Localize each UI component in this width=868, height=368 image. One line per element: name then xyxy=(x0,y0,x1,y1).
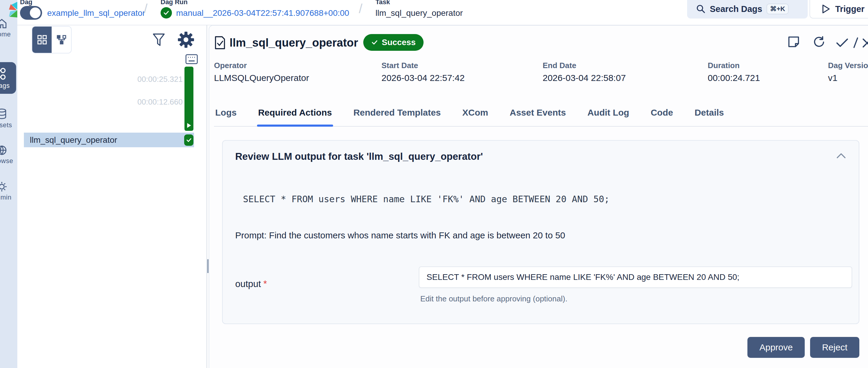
dag-run-bar[interactable] xyxy=(184,66,193,131)
field-label: End Date xyxy=(542,61,577,70)
keyboard-shortcuts-icon[interactable] xyxy=(185,53,198,65)
airflow-logo xyxy=(8,1,17,19)
dags-icon xyxy=(0,67,8,81)
panel-divider[interactable] xyxy=(207,25,207,368)
toggle-knob xyxy=(30,7,40,18)
task-detail-panel: llm_sql_query_operator Success Operator … xyxy=(209,25,868,368)
breadcrumb-dagrun-label: Dag Run xyxy=(161,0,187,6)
field-value: v1 xyxy=(828,73,838,83)
breadcrumb-task-label: Task xyxy=(375,0,390,6)
tab-xcom[interactable]: XCom xyxy=(461,104,490,126)
view-toggle-group xyxy=(32,26,72,54)
status-label: Success xyxy=(382,38,416,47)
output-input[interactable] xyxy=(419,266,852,288)
sidebar-item-home[interactable]: Home xyxy=(0,18,16,38)
breadcrumb-task-value: llm_sql_query_operator xyxy=(375,8,463,18)
tab-details[interactable]: Details xyxy=(693,104,725,126)
graph-view-icon xyxy=(56,35,67,45)
search-shortcut-badge: ⌘+K xyxy=(767,4,789,15)
assets-icon xyxy=(0,108,7,120)
tab-code[interactable]: Code xyxy=(650,104,674,126)
browse-icon xyxy=(0,145,7,156)
task-success-icon[interactable] xyxy=(184,134,193,146)
prompt-text: Prompt: Find the customers whos name sta… xyxy=(235,230,565,240)
field-label: Start Date xyxy=(381,61,418,70)
breadcrumb-dagrun-link[interactable]: manual__2026-03-04T22:57:41.907688+00:00 xyxy=(176,8,349,18)
tab-required-actions[interactable]: Required Actions xyxy=(257,104,333,126)
breadcrumb-dag-label: Dag xyxy=(20,0,33,6)
breadcrumb-separator: / xyxy=(144,1,148,16)
task-title: llm_sql_query_operator xyxy=(229,36,358,49)
tab-asset-events[interactable]: Asset Events xyxy=(508,104,567,126)
reject-button[interactable]: Reject xyxy=(810,337,859,358)
sidebar-item-admin[interactable]: Admin xyxy=(0,181,16,201)
mark-success-icon[interactable] xyxy=(835,38,849,48)
search-label: Search Dags xyxy=(710,4,762,14)
output-helper-text: Edit the output before approving (option… xyxy=(420,294,567,304)
mark-failed-icon[interactable] xyxy=(862,38,868,48)
play-icon xyxy=(822,4,830,14)
search-icon xyxy=(696,4,706,14)
sidebar-item-dags[interactable]: Dags xyxy=(0,62,16,94)
action-buttons: Approve Reject xyxy=(222,337,859,358)
grid-view-button[interactable] xyxy=(32,27,52,53)
llm-output-code: SELECT * FROM users WHERE name LIKE 'FK%… xyxy=(243,194,610,204)
required-action-card: Review LLM output for task 'llm_sql_quer… xyxy=(222,140,859,324)
refresh-icon[interactable] xyxy=(813,36,825,48)
slash-separator xyxy=(853,37,859,48)
field-value: 00:00:24.721 xyxy=(708,73,760,83)
chevron-up-icon[interactable] xyxy=(836,152,846,159)
field-label: Duration xyxy=(708,61,740,70)
detail-tabs: Logs Required Actions Rendered Templates… xyxy=(214,104,868,126)
sidebar-item-label: Assets xyxy=(0,121,12,129)
breadcrumb-dag-link[interactable]: example_llm_sql_operator xyxy=(47,8,145,18)
sidebar-item-label: Browse xyxy=(0,157,13,165)
task-doc-icon xyxy=(214,35,226,50)
app-sidebar: Home Dags Assets xyxy=(0,0,17,368)
note-icon[interactable] xyxy=(787,35,800,48)
task-row[interactable]: llm_sql_query_operator xyxy=(24,133,194,147)
graph-view-button[interactable] xyxy=(52,27,71,53)
approve-button[interactable]: Approve xyxy=(747,337,805,358)
duration-label: 00:00:25.321 xyxy=(119,75,183,84)
admin-gear-icon xyxy=(0,181,7,192)
dag-pause-toggle[interactable] xyxy=(20,6,42,20)
sidebar-item-label: Home xyxy=(0,30,11,38)
grid-view-icon xyxy=(37,35,47,45)
required-marker: * xyxy=(263,279,267,289)
review-heading: Review LLM output for task 'llm_sql_quer… xyxy=(235,151,483,162)
filter-icon[interactable] xyxy=(152,33,165,48)
tab-logs[interactable]: Logs xyxy=(214,104,238,126)
field-label: Dag Version xyxy=(828,61,868,70)
task-row-label: llm_sql_query_operator xyxy=(30,135,117,145)
sidebar-item-assets[interactable]: Assets xyxy=(0,108,16,129)
field-value: 2026-03-04 22:57:42 xyxy=(381,73,465,83)
trigger-dag-button[interactable]: Trigger xyxy=(809,0,868,19)
dagrun-success-icon xyxy=(161,7,172,19)
trigger-label: Trigger xyxy=(835,4,864,14)
search-dags-box[interactable]: Search Dags ⌘+K xyxy=(687,0,808,19)
home-icon xyxy=(0,18,7,29)
tab-audit-log[interactable]: Audit Log xyxy=(586,104,630,126)
sidebar-item-label: Admin xyxy=(0,194,11,201)
breadcrumb-separator: / xyxy=(359,1,362,16)
status-badge: Success xyxy=(363,34,424,51)
run-play-icon xyxy=(187,123,191,128)
output-field-label: output* xyxy=(235,279,267,289)
tab-rendered-templates[interactable]: Rendered Templates xyxy=(352,104,442,126)
field-label: Operator xyxy=(214,61,247,70)
sidebar-item-label: Dags xyxy=(0,82,10,90)
gear-icon[interactable] xyxy=(178,32,194,48)
field-value: LLMSQLQueryOperator xyxy=(214,73,309,83)
sidebar-item-browse[interactable]: Browse xyxy=(0,145,16,165)
field-value: 2026-03-04 22:58:07 xyxy=(542,73,626,83)
duration-label: 00:00:12.660 xyxy=(119,97,183,107)
